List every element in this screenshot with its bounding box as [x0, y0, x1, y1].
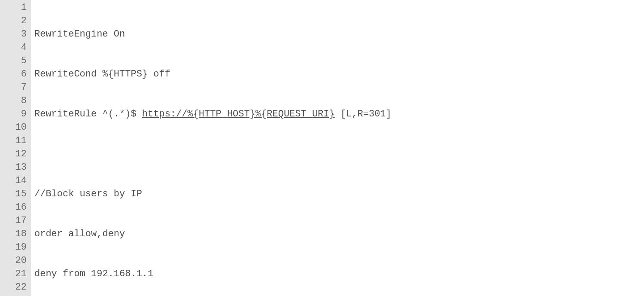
line-number: 2 [0, 14, 27, 27]
code-line: RewriteEngine On [34, 27, 644, 41]
line-number: 1 [0, 1, 27, 14]
code-text: RewriteRule ^(.*)$ [34, 109, 142, 119]
code-line [34, 147, 644, 161]
code-url-link[interactable]: https://%{HTTP_HOST}%{REQUEST_URI} [142, 109, 335, 119]
line-number-gutter: 12345678910111213141516171819202122 [0, 0, 31, 296]
line-number: 14 [0, 174, 27, 187]
line-number: 7 [0, 81, 27, 94]
line-number: 5 [0, 54, 27, 67]
code-line: deny from 192.168.1.1 [34, 267, 644, 281]
line-number: 21 [0, 267, 27, 281]
code-line: //Block users by IP [34, 187, 644, 201]
line-number: 12 [0, 147, 27, 161]
code-area[interactable]: RewriteEngine On RewriteCond %{HTTPS} of… [31, 0, 644, 296]
code-line: RewriteCond %{HTTPS} off [34, 67, 644, 81]
line-number: 20 [0, 254, 27, 267]
line-number: 15 [0, 187, 27, 201]
line-number: 10 [0, 121, 27, 134]
line-number: 11 [0, 134, 27, 147]
line-number: 22 [0, 281, 27, 294]
line-number: 6 [0, 67, 27, 81]
line-number: 18 [0, 227, 27, 241]
line-number: 8 [0, 94, 27, 107]
line-number: 17 [0, 214, 27, 227]
line-number: 9 [0, 107, 27, 121]
code-line: RewriteRule ^(.*)$ https://%{HTTP_HOST}%… [34, 107, 644, 121]
line-number: 19 [0, 241, 27, 254]
line-number: 13 [0, 161, 27, 174]
line-number: 3 [0, 27, 27, 41]
code-line: order allow,deny [34, 227, 644, 241]
line-number: 4 [0, 41, 27, 54]
line-number: 16 [0, 201, 27, 214]
code-editor: 12345678910111213141516171819202122 Rewr… [0, 0, 644, 296]
code-text: [L,R=301] [335, 109, 392, 119]
